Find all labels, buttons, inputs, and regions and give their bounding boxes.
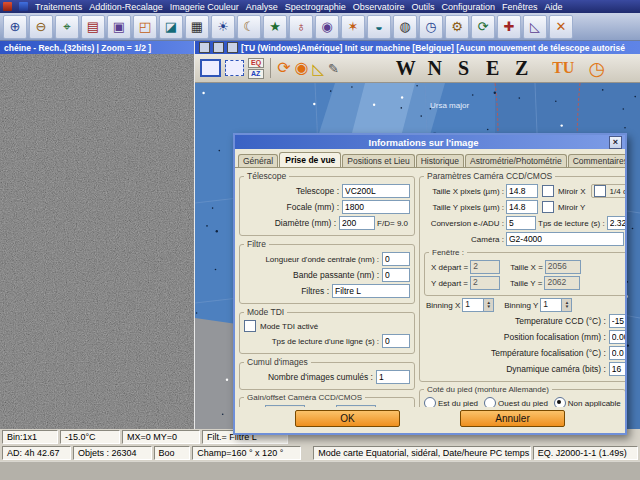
coordinate-mode-buttons[interactable]: EQ AZ (248, 58, 264, 79)
compass-icon[interactable]: ✚ (497, 15, 521, 39)
refresh-icon[interactable]: ⟳ (471, 15, 495, 39)
telescope-icon[interactable]: ✶ (341, 15, 365, 39)
clock-icon[interactable]: ◷ (419, 15, 443, 39)
menu-observatoire[interactable]: Observatoire (353, 2, 405, 12)
dialog-titlebar[interactable]: Informations sur l'image × (235, 135, 625, 149)
focale-input[interactable] (342, 200, 410, 214)
menu-configuration[interactable]: Configuration (441, 2, 495, 12)
observatory-dome-icon[interactable]: ◒ (367, 15, 391, 39)
open-folder-icon[interactable]: ◰ (133, 15, 157, 39)
taille-x-input[interactable] (506, 184, 538, 198)
moon-icon[interactable]: ☾ (237, 15, 261, 39)
globe-icon[interactable]: ◍ (393, 15, 417, 39)
binning-x-spinner-icon[interactable]: ▲▼ (483, 299, 493, 311)
zoom-in-icon[interactable]: ⊕ (3, 15, 27, 39)
ouest-du-pied-radio[interactable] (484, 397, 496, 407)
diametre-input[interactable] (339, 216, 375, 230)
tps-lecture-input[interactable] (607, 216, 625, 230)
measure-triangle-icon[interactable]: ◺ (313, 61, 325, 76)
crosshair-icon[interactable]: ⌖ (55, 15, 79, 39)
menu-imagerie-couleur[interactable]: Imagerie Couleur (170, 2, 239, 12)
menu-outils[interactable]: Outils (411, 2, 434, 12)
mode-tdi-checkbox[interactable] (244, 320, 256, 332)
image-frame-icon[interactable]: ▣ (107, 15, 131, 39)
zoom-out-icon[interactable]: ⊖ (29, 15, 53, 39)
tab-general[interactable]: Général (238, 154, 278, 167)
draw-pencil-icon[interactable]: ✎ (328, 62, 339, 75)
non-applicable-radio[interactable] (554, 397, 566, 407)
map-status-bar: AD: 4h 42.67 Objets : 26304 Boo Champ=16… (0, 445, 640, 461)
close-icon[interactable]: × (609, 136, 622, 149)
pos-focalisation-input[interactable] (609, 330, 625, 344)
bande-passante-input[interactable] (382, 268, 410, 282)
ccd-camera-icon[interactable]: ◉ (315, 15, 339, 39)
sky-map-titlebar[interactable]: [TU (Windows)Amérique] Init sur machine … (195, 41, 640, 54)
miroir-y-checkbox[interactable] (542, 201, 554, 213)
compass-west-button[interactable]: W (393, 58, 418, 78)
temp-ccd-input[interactable] (609, 314, 625, 328)
cancel-button[interactable]: Annuler (460, 410, 565, 427)
eq-mode-button[interactable]: EQ (248, 58, 264, 68)
tps-lecture-ligne-input[interactable] (382, 334, 410, 348)
conversion-input[interactable] (506, 216, 536, 230)
sky-map-title: [TU (Windows)Amérique] Init sur machine … (241, 43, 625, 53)
cumul-images-group: Cumul d'images Nombre d'images cumulés : (239, 357, 415, 390)
close-red-icon[interactable]: ✕ (549, 15, 573, 39)
tu-time-button[interactable]: TU (552, 59, 574, 77)
telescope-input[interactable] (342, 184, 410, 198)
binning-y-label: Binning Y (504, 301, 538, 310)
star-icon[interactable]: ★ (263, 15, 287, 39)
est-du-pied-radio[interactable] (424, 397, 436, 407)
menu-fenetres[interactable]: Fenêtres (502, 2, 538, 12)
taille-y-win-value: 2062 (544, 276, 580, 290)
gain-offset-group: Gain/offset Caméra CCD/CMOS Gain Offset (239, 393, 415, 407)
dynamique-input[interactable] (609, 362, 625, 376)
tab-commentaires[interactable]: Commentaires (568, 154, 625, 167)
earth-icon[interactable]: ♁ (289, 15, 313, 39)
window-button-2[interactable] (213, 42, 224, 53)
compass-south-button[interactable]: S (451, 58, 476, 78)
longueur-onde-input[interactable] (382, 252, 410, 266)
menu-aide[interactable]: Aide (544, 2, 562, 12)
compass-zenith-button[interactable]: Z (509, 58, 534, 78)
settings-gear-icon[interactable]: ⚙ (445, 15, 469, 39)
camera-noise-image[interactable] (0, 54, 194, 429)
tab-historique[interactable]: Historique (416, 154, 464, 167)
quart-tour-checkbox[interactable] (594, 185, 606, 197)
tab-prise-de-vue[interactable]: Prise de vue (279, 152, 341, 167)
sun-icon[interactable]: ☀ (211, 15, 235, 39)
binning-y-select[interactable]: 1 ▲▼ (540, 298, 572, 312)
filtres-input[interactable] (332, 284, 410, 298)
compass-north-button[interactable]: N (422, 58, 447, 78)
window-button-3[interactable] (227, 42, 238, 53)
full-frame-icon[interactable] (200, 59, 221, 77)
taille-y-input[interactable] (506, 200, 538, 214)
menu-spectrographie[interactable]: Spectrographie (285, 2, 346, 12)
window-button-1[interactable] (199, 42, 210, 53)
center-map-icon[interactable]: ◉ (295, 60, 309, 76)
menu-analyse[interactable]: Analyse (246, 2, 278, 12)
menu-addition-recalage[interactable]: Addition-Recalage (89, 2, 163, 12)
az-mode-button[interactable]: AZ (248, 69, 264, 79)
nombre-images-input[interactable] (376, 370, 410, 384)
compass-east-button[interactable]: E (480, 58, 505, 78)
camera-image-titlebar[interactable]: chéine - Rech..(32bits) | Zoom = 1/2 ] (0, 41, 194, 54)
ruler-icon[interactable]: ◺ (523, 15, 547, 39)
temp-focalisation-input[interactable] (609, 346, 625, 360)
binning-y-spinner-icon[interactable]: ▲▼ (561, 299, 571, 311)
histogram-icon[interactable]: ▤ (81, 15, 105, 39)
save-icon[interactable]: ◪ (159, 15, 183, 39)
ok-button[interactable]: OK (295, 410, 400, 427)
dialog-left-column: Télescope Telescope : Focale (mm) : Diam… (237, 169, 417, 406)
tab-astrometrie-photometrie[interactable]: Astrométrie/Photométrie (465, 154, 567, 167)
grid-frame-icon[interactable] (225, 60, 244, 76)
binning-x-select[interactable]: 1 ▲▼ (462, 298, 494, 312)
camera-input[interactable] (506, 232, 624, 246)
tab-positions-et-lieu[interactable]: Positions et Lieu (342, 154, 414, 167)
miroir-x-checkbox[interactable] (542, 185, 554, 197)
menu-traitements[interactable]: Traitements (35, 2, 82, 12)
chart-icon[interactable]: ▦ (185, 15, 209, 39)
rotate-map-icon[interactable]: ⟳ (277, 60, 290, 76)
cumul-legend: Cumul d'images (244, 357, 311, 367)
map-clock-icon[interactable]: ◷ (588, 59, 605, 78)
